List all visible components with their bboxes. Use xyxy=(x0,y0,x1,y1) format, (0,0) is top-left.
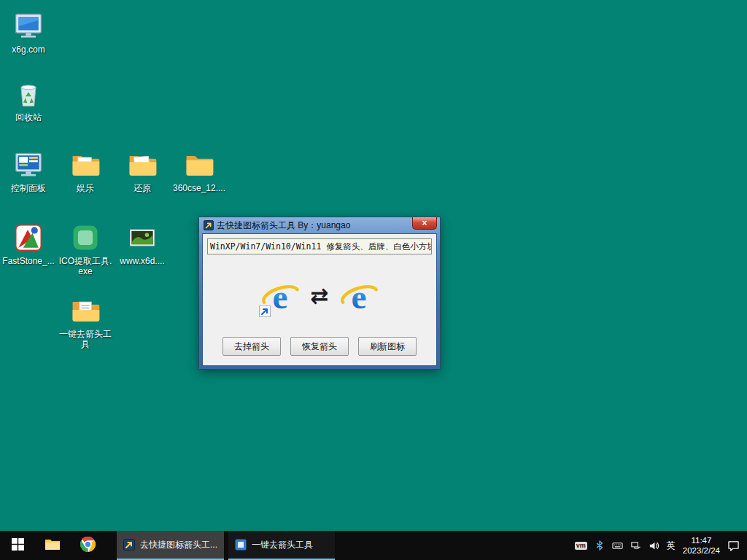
desktop-icon-label: 还原 xyxy=(133,183,151,193)
desktop-icon-label: ICO提取工具.exe xyxy=(58,256,113,276)
volume-icon[interactable] xyxy=(649,540,659,551)
svg-text:e: e xyxy=(351,277,366,315)
desktop-icon-ico-tool[interactable]: ICO提取工具.exe xyxy=(57,222,114,276)
close-button[interactable]: × xyxy=(412,217,437,230)
info-text: WinXP/Win7/Win10/Win11 修复箭头、盾牌、白色小方块 xyxy=(207,238,432,254)
start-button[interactable] xyxy=(0,531,35,560)
ie-icon-clean: e xyxy=(338,276,379,316)
swap-arrows-icon: ⇄ xyxy=(310,285,328,307)
taskbar-window-yijian[interactable]: 一键去箭头工具 xyxy=(228,531,335,560)
desktop-icon-label: 娱乐 xyxy=(77,183,94,193)
svg-text:e: e xyxy=(273,277,288,315)
desktop-icon-label: 控制面板 xyxy=(11,183,46,193)
dialog-buttons-row: 去掉箭头 恢复箭头 刷新图标 xyxy=(207,337,432,356)
recycle-bin-icon xyxy=(12,78,44,110)
folder-icon xyxy=(69,149,101,181)
desktop-icon-label: x6g.com xyxy=(12,44,44,55)
file-explorer-button[interactable] xyxy=(35,531,70,560)
desktop-icon-yule-folder[interactable]: 娱乐 xyxy=(57,149,114,193)
shortcut-arrow-overlay-icon xyxy=(259,306,271,317)
taskbar-window-label: 去快捷图标箭头工... xyxy=(140,539,217,551)
desktop-icon-recycle-bin[interactable]: 回收站 xyxy=(0,78,57,122)
chrome-button[interactable] xyxy=(70,531,105,560)
desktop-icon-x6d-image[interactable]: www.x6d.... xyxy=(114,222,171,266)
ico-tool-app-icon xyxy=(69,222,101,254)
clock[interactable]: 11:47 2023/2/24 xyxy=(683,535,720,556)
icon-preview-row: e ⇄ xyxy=(207,254,432,337)
desktop-icon-control-panel[interactable]: 控制面板 xyxy=(0,149,57,193)
desktop-icon-x6g[interactable]: x6g.com xyxy=(0,10,57,55)
desktop-icon-label: 回收站 xyxy=(15,112,42,122)
touch-keyboard-icon[interactable] xyxy=(612,540,623,551)
chrome-icon xyxy=(79,535,97,556)
desktop: x6g.com 回收站 控 xyxy=(0,0,747,531)
desktop-icon-label: FastStone_... xyxy=(2,256,54,266)
dialog-titlebar[interactable]: 去快捷图标箭头工具 By：yuangao × xyxy=(202,217,437,233)
desktop-icon-faststone[interactable]: FastStone_... xyxy=(0,222,57,266)
folder-icon xyxy=(126,149,158,181)
arrow-tool-window: 去快捷图标箭头工具 By：yuangao × WinXP/Win7/Win10/… xyxy=(199,217,440,369)
folder-icon xyxy=(183,149,215,181)
file-explorer-icon xyxy=(44,535,61,556)
action-center-icon[interactable] xyxy=(727,540,740,551)
bluetooth-icon[interactable] xyxy=(595,540,605,551)
app-icon xyxy=(235,539,247,551)
clock-date: 2023/2/24 xyxy=(683,545,720,556)
desktop-icon-yijian-folder[interactable]: 一键去箭头工具 xyxy=(57,295,114,349)
restore-arrow-button[interactable]: 恢复箭头 xyxy=(290,337,349,356)
taskbar-window-arrow-tool[interactable]: 去快捷图标箭头工... xyxy=(117,531,224,560)
image-file-icon xyxy=(126,222,158,254)
desktop-icon-label: www.x6d.... xyxy=(120,256,164,266)
faststone-app-icon xyxy=(12,222,44,254)
vmware-tray-icon[interactable]: vm xyxy=(575,542,587,550)
remove-arrow-button[interactable]: 去掉箭头 xyxy=(222,337,281,356)
taskbar-window-label: 一键去箭头工具 xyxy=(252,539,313,551)
dialog-body: WinXP/Win7/Win10/Win11 修复箭头、盾牌、白色小方块 e xyxy=(202,233,437,366)
desktop-icon-360cse-folder[interactable]: 360cse_12.... xyxy=(171,149,228,193)
desktop-icon-label: 一键去箭头工具 xyxy=(58,329,113,349)
ie-icon-with-shortcut-arrow: e xyxy=(260,276,301,316)
desktop-icon-label: 360cse_12.... xyxy=(173,183,225,193)
clock-time: 11:47 xyxy=(683,535,720,545)
language-indicator[interactable]: 英 xyxy=(667,540,676,552)
computer-icon xyxy=(12,10,44,42)
system-tray: vm 英 11:47 2023/2/24 xyxy=(575,531,747,560)
desktop-icon-huanyuan-folder[interactable]: 还原 xyxy=(114,149,171,193)
windows-logo-icon xyxy=(12,538,24,553)
folder-with-document-icon xyxy=(69,295,101,327)
refresh-icons-button[interactable]: 刷新图标 xyxy=(358,337,417,356)
control-panel-icon xyxy=(12,149,44,181)
taskbar: 去快捷图标箭头工... 一键去箭头工具 vm xyxy=(0,531,747,560)
dialog-title: 去快捷图标箭头工具 By：yuangao xyxy=(217,219,412,232)
app-icon xyxy=(204,220,214,230)
app-icon xyxy=(123,539,135,551)
network-icon[interactable] xyxy=(630,540,641,551)
